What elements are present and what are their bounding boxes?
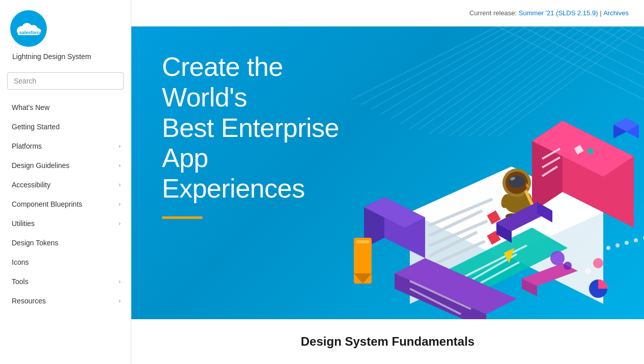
sidebar-item-utilities[interactable]: Utilities › (0, 214, 131, 233)
search-container (0, 66, 131, 96)
top-bar: Current release: Summer '21 (SLDS 2.15.9… (131, 0, 644, 26)
svg-line-7 (522, 26, 644, 88)
sidebar-item-label: Icons (12, 258, 29, 266)
svg-point-89 (625, 241, 629, 245)
sidebar-item-getting-started[interactable]: Getting Started (0, 117, 131, 136)
svg-rect-75 (356, 240, 369, 243)
svg-point-82 (550, 251, 565, 265)
svg-point-84 (585, 268, 591, 274)
sidebar-item-label: Component Blueprints (12, 200, 82, 208)
svg-line-11 (620, 26, 644, 39)
sidebar-item-design-tokens[interactable]: Design Tokens (0, 233, 131, 253)
chevron-right-icon: › (119, 278, 121, 285)
sidebar-item-tools[interactable]: Tools › (0, 272, 131, 291)
archives-link[interactable]: Archives (603, 9, 629, 17)
sidebar-item-resources[interactable]: Resources › (0, 291, 131, 311)
chevron-right-icon: › (119, 162, 121, 169)
sidebar-item-label: Design Guidelines (12, 161, 70, 170)
chevron-right-icon: › (119, 297, 121, 304)
bottom-title: Design System Fundamentals (162, 334, 613, 349)
svg-line-9 (571, 26, 644, 63)
svg-line-10 (595, 26, 644, 51)
hero-divider (162, 216, 203, 219)
sidebar-item-icons[interactable]: Icons (0, 253, 131, 272)
sidebar-item-label: What's New (12, 103, 49, 111)
salesforce-logo[interactable]: salesforce (10, 10, 47, 47)
sidebar-nav: What's New Getting Started Platforms › D… (0, 96, 131, 313)
sidebar: salesforce Lightning Design System What'… (0, 0, 131, 364)
hero-illustration (339, 95, 644, 319)
svg-point-90 (634, 238, 638, 242)
svg-text:salesforce: salesforce (19, 30, 41, 35)
sidebar-item-whats-new[interactable]: What's New (0, 98, 131, 117)
sidebar-item-label: Utilities (12, 219, 35, 228)
svg-point-62 (509, 176, 525, 188)
sidebar-item-label: Getting Started (12, 123, 60, 131)
separator: | (600, 9, 601, 17)
sidebar-item-design-guidelines[interactable]: Design Guidelines › (0, 156, 131, 175)
svg-point-85 (593, 258, 603, 268)
sidebar-item-accessibility[interactable]: Accessibility › (0, 175, 131, 194)
sidebar-item-label: Accessibility (12, 181, 50, 189)
svg-point-88 (615, 243, 620, 247)
chevron-right-icon: › (119, 201, 121, 208)
sidebar-item-label: Resources (12, 297, 46, 305)
sidebar-logo-area: salesforce Lightning Design System (0, 0, 131, 66)
sidebar-title: Lightning Design System (10, 52, 91, 61)
search-input[interactable] (7, 72, 124, 90)
sidebar-item-label: Platforms (12, 142, 42, 150)
sidebar-item-label: Tools (12, 277, 29, 286)
hero-section: Create the World's Best Enterprise App E… (131, 26, 644, 319)
chevron-right-icon: › (119, 181, 121, 188)
current-release-label: Current release: (469, 9, 517, 17)
svg-point-83 (564, 262, 572, 270)
svg-line-6 (498, 26, 645, 100)
chevron-right-icon: › (119, 220, 121, 227)
main-content: Current release: Summer '21 (SLDS 2.15.9… (131, 0, 644, 364)
sidebar-item-label: Design Tokens (12, 239, 59, 247)
release-link[interactable]: Summer '21 (SLDS 2.15.9) (519, 9, 598, 17)
hero-title: Create the World's Best Enterprise App E… (162, 52, 366, 204)
sidebar-item-component-blueprints[interactable]: Component Blueprints › (0, 194, 131, 214)
chevron-right-icon: › (119, 143, 121, 150)
svg-point-87 (606, 246, 610, 250)
bottom-section: Design System Fundamentals (131, 319, 644, 364)
svg-line-8 (546, 26, 644, 75)
sidebar-item-platforms[interactable]: Platforms › (0, 136, 131, 156)
